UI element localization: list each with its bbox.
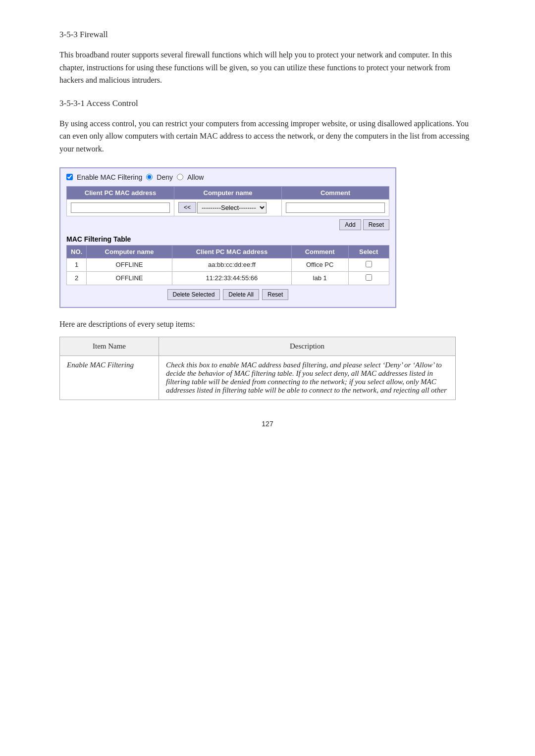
row-checkbox[interactable] <box>366 261 372 267</box>
table-row: 2 OFFLINE 11:22:33:44:55:66 lab 1 <box>67 271 389 285</box>
mac-form-table: Client PC MAC address Computer name Comm… <box>66 186 389 216</box>
description-intro: Here are descriptions of every setup ite… <box>59 320 476 329</box>
mac-filtering-table-label: MAC Filtering Table <box>66 235 389 243</box>
select-back-button[interactable]: << <box>178 202 196 213</box>
delete-selected-button[interactable]: Delete Selected <box>167 289 220 300</box>
desc-item-description: Check this box to enable MAC address bas… <box>159 355 456 400</box>
desc-col-desc: Description <box>159 337 456 355</box>
computer-name-select[interactable]: ---------Select-------- <box>197 202 267 213</box>
add-button[interactable]: Add <box>339 219 361 230</box>
bottom-btn-row: Delete Selected Delete All Reset <box>66 289 389 300</box>
enable-mac-filtering-label: Enable MAC Filtering <box>77 173 142 181</box>
desc-item-name: Enable MAC Filtering <box>60 355 159 400</box>
page-number: 127 <box>59 420 476 428</box>
add-reset-row: Add Reset <box>66 219 389 230</box>
list-item: Enable MAC Filtering Check this box to e… <box>60 355 456 400</box>
row-comment: lab 1 <box>291 271 348 285</box>
allow-radio[interactable] <box>177 174 183 180</box>
col-computer-name: Computer name <box>174 186 281 199</box>
table-row: 1 OFFLINE aa:bb:cc:dd:ee:ff Office PC <box>67 258 389 271</box>
row-select[interactable] <box>348 258 389 271</box>
col-comment: Comment <box>281 186 389 199</box>
mac-filter-panel: Enable MAC Filtering Deny Allow Client P… <box>59 167 396 308</box>
reset-button[interactable]: Reset <box>363 219 389 230</box>
row-select[interactable] <box>348 271 389 285</box>
deny-label: Deny <box>157 173 173 181</box>
subsection-title: 3-5-3-1 Access Control <box>59 99 476 108</box>
mac-list-table: NO. Computer name Client PC MAC address … <box>66 245 389 285</box>
row-name: OFFLINE <box>87 258 172 271</box>
row-mac: aa:bb:cc:dd:ee:ff <box>172 258 292 271</box>
col-comment: Comment <box>291 245 348 258</box>
row-mac: 11:22:33:44:55:66 <box>172 271 292 285</box>
filter-header-row: Enable MAC Filtering Deny Allow <box>66 173 389 181</box>
col-name: Computer name <box>87 245 172 258</box>
section-title: 3-5-3 Firewall <box>59 30 476 40</box>
access-control-paragraph: By using access control, you can restric… <box>59 117 476 155</box>
intro-paragraph: This broadband router supports several f… <box>59 49 476 87</box>
row-no: 2 <box>67 271 87 285</box>
desc-col-item: Item Name <box>60 337 159 355</box>
row-name: OFFLINE <box>87 271 172 285</box>
col-mac-address: Client PC MAC address <box>67 186 174 199</box>
bottom-reset-button[interactable]: Reset <box>262 289 288 300</box>
row-checkbox[interactable] <box>366 274 372 281</box>
col-no: NO. <box>67 245 87 258</box>
deny-radio[interactable] <box>146 174 153 180</box>
mac-address-input[interactable] <box>71 202 170 213</box>
col-select: Select <box>348 245 389 258</box>
row-comment: Office PC <box>291 258 348 271</box>
delete-all-button[interactable]: Delete All <box>223 289 259 300</box>
allow-label: Allow <box>187 173 204 181</box>
enable-mac-filtering-checkbox[interactable] <box>66 174 73 180</box>
col-client-mac: Client PC MAC address <box>172 245 292 258</box>
comment-input[interactable] <box>286 202 385 213</box>
row-no: 1 <box>67 258 87 271</box>
description-table: Item Name Description Enable MAC Filteri… <box>59 337 456 400</box>
